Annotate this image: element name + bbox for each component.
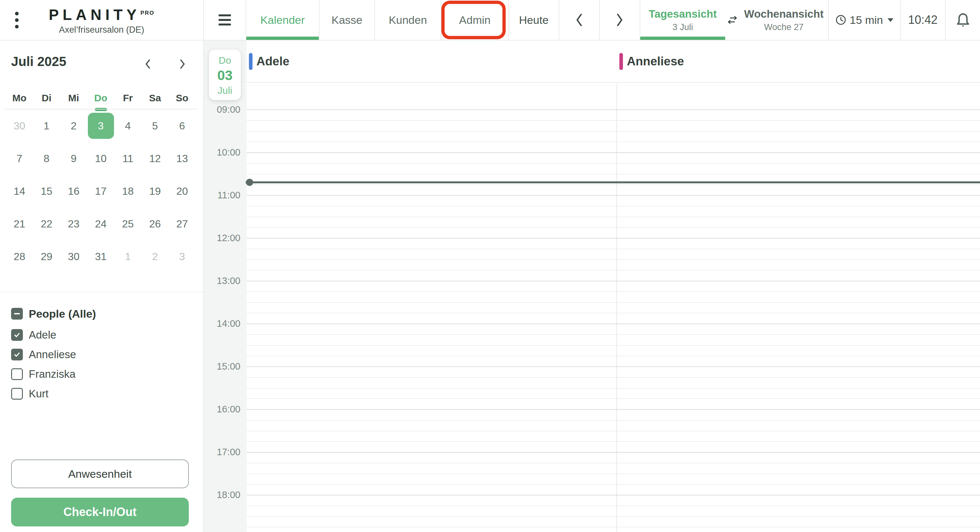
quarter-line: [247, 355, 980, 356]
minical-day[interactable]: 30: [6, 110, 33, 142]
tab-kalender[interactable]: Kalender: [246, 0, 319, 40]
sidebar: Juli 2025 MoDiMiDoFrSaSo 301234567891011…: [0, 40, 204, 532]
tab-label: Kasse: [332, 14, 363, 27]
minical-day[interactable]: 21: [6, 207, 33, 240]
quarter-line: [247, 227, 980, 228]
active-view-underline: [640, 37, 725, 40]
minical-day[interactable]: 26: [142, 207, 169, 240]
quarter-line: [247, 291, 980, 292]
quarter-line: [247, 388, 980, 389]
caret-down-icon: [888, 18, 893, 22]
minical-day[interactable]: 24: [87, 207, 115, 240]
minical-day[interactable]: 14: [6, 175, 33, 207]
minical-day[interactable]: 1: [33, 110, 60, 142]
person-row-kurt[interactable]: Kurt: [11, 385, 49, 402]
column-color-bar: [249, 53, 253, 70]
quarter-line: [247, 131, 980, 132]
people-select-all-checkbox[interactable]: [11, 308, 23, 320]
person-name: Anneliese: [29, 348, 76, 361]
app-logo: PLANITYPRO: [0, 6, 203, 24]
checkmark-icon: [13, 350, 21, 358]
minical-day[interactable]: 19: [142, 175, 169, 207]
attendance-button[interactable]: Anwesenheit: [11, 459, 189, 488]
hamburger-menu-icon[interactable]: [204, 0, 246, 40]
slot-interval-dropdown[interactable]: 15 min: [828, 0, 900, 40]
hour-line: [247, 195, 980, 196]
minical-next-month-button[interactable]: [175, 56, 190, 72]
minical-day[interactable]: 9: [60, 142, 87, 175]
quarter-line: [247, 431, 980, 432]
minical-day[interactable]: 1: [115, 240, 142, 273]
tab-heute[interactable]: Heute: [508, 0, 558, 40]
minical-day-number: 4: [125, 120, 131, 132]
minical-day[interactable]: 3: [169, 240, 196, 273]
minical-day[interactable]: 11: [115, 142, 142, 175]
person-row-anneliese[interactable]: Anneliese: [11, 346, 76, 363]
person-checkbox[interactable]: [11, 368, 23, 380]
time-grid[interactable]: 09:0010:0011:0012:0013:0014:0015:0016:00…: [204, 83, 980, 532]
minical-day[interactable]: 27: [169, 207, 196, 240]
quarter-line: [247, 174, 980, 175]
minical-day[interactable]: 18: [115, 175, 142, 207]
quarter-line: [247, 484, 980, 484]
person-checkbox[interactable]: [11, 388, 23, 400]
next-day-button[interactable]: [599, 0, 640, 40]
attendance-button-label: Anwesenheit: [68, 468, 132, 480]
day-view-label: Tagesansicht: [649, 8, 717, 20]
person-checkbox[interactable]: [11, 329, 23, 341]
minical-day-number: 21: [14, 218, 25, 230]
minical-day[interactable]: 3: [87, 110, 115, 142]
minical-day[interactable]: 17: [87, 175, 115, 207]
minical-weekday-mi: Mi: [60, 88, 87, 108]
minical-day-number: 1: [125, 251, 131, 263]
selected-day-card[interactable]: Do 03 Juli: [209, 50, 241, 100]
minical-day[interactable]: 10: [87, 142, 115, 175]
minical-day-number: 17: [95, 185, 107, 198]
minical-day[interactable]: 5: [142, 110, 169, 142]
minical-day[interactable]: 20: [169, 175, 196, 207]
minical-day[interactable]: 15: [33, 175, 60, 207]
minical-day[interactable]: 29: [33, 240, 60, 273]
minical-day-number: 30: [14, 120, 25, 132]
minical-day-number: 26: [149, 218, 161, 230]
minical-day[interactable]: 22: [33, 207, 60, 240]
check-in-out-button[interactable]: Check-In/Out: [11, 498, 189, 526]
minical-day[interactable]: 2: [142, 240, 169, 273]
minical-day[interactable]: 8: [33, 142, 60, 175]
minical-prev-month-button[interactable]: [140, 56, 156, 72]
minical-day[interactable]: 25: [115, 207, 142, 240]
minical-day[interactable]: 13: [169, 142, 196, 175]
tab-admin[interactable]: Admin: [441, 0, 508, 40]
notifications-button[interactable]: [945, 0, 980, 40]
minical-day[interactable]: 6: [169, 110, 196, 142]
day-view-toggle[interactable]: Tagesansicht 3 Juli: [640, 0, 725, 40]
minical-day[interactable]: 16: [60, 175, 87, 207]
minical-day[interactable]: 23: [60, 207, 87, 240]
prev-day-button[interactable]: [558, 0, 599, 40]
minical-weekday-label: So: [176, 92, 188, 104]
minical-day[interactable]: 4: [115, 110, 142, 142]
slot-interval-value: 15 min: [850, 14, 883, 27]
minical-day-number: 7: [17, 153, 22, 165]
minical-day[interactable]: 2: [60, 110, 87, 142]
minical-day[interactable]: 31: [87, 240, 115, 273]
minical-day-number: 9: [71, 153, 77, 165]
minical-day[interactable]: 7: [6, 142, 33, 175]
minical-day[interactable]: 30: [60, 240, 87, 273]
person-checkbox[interactable]: [11, 349, 23, 360]
column-divider: [616, 83, 617, 532]
minical-day[interactable]: 28: [6, 240, 33, 273]
minical-weekday-row: MoDiMiDoFrSaSo: [6, 88, 196, 108]
salon-name: Axel’friseursalon (DE): [0, 25, 203, 35]
person-row-adele[interactable]: Adele: [11, 327, 56, 343]
week-view-toggle[interactable]: Wochenansicht Woche 27: [740, 8, 828, 32]
hour-line: [247, 238, 980, 239]
tab-kasse[interactable]: Kasse: [319, 0, 374, 40]
tab-kunden[interactable]: Kunden: [374, 0, 441, 40]
chevron-left-icon: [576, 13, 583, 27]
minical-day-number: 2: [152, 251, 158, 263]
minical-day[interactable]: 12: [142, 142, 169, 175]
swap-view-button[interactable]: [725, 16, 740, 24]
logo-pro-badge: PRO: [140, 10, 154, 16]
person-row-franziska[interactable]: Franziska: [11, 366, 75, 382]
